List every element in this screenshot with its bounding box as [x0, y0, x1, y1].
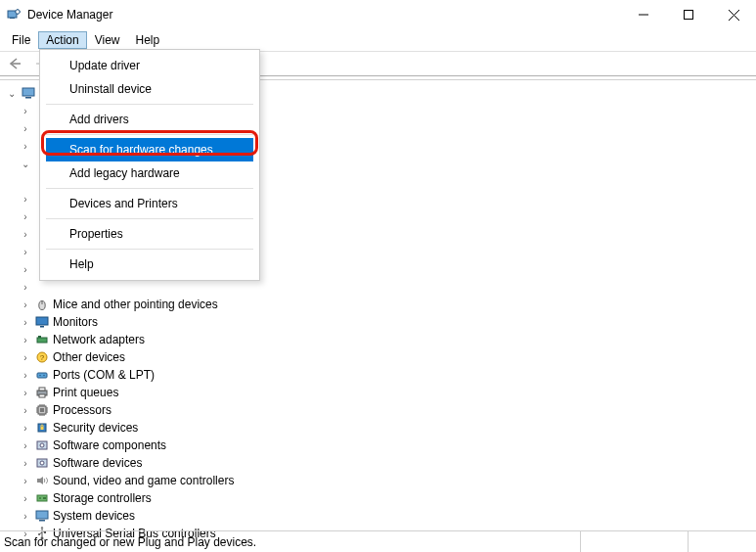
chevron-right-icon[interactable]: ›	[20, 335, 31, 345]
dd-separator	[46, 188, 253, 189]
tree-node-other[interactable]: › ? Other devices	[20, 348, 756, 366]
chevron-right-icon[interactable]: ›	[20, 299, 31, 310]
mouse-icon	[34, 297, 50, 312]
dd-scan-hardware-changes[interactable]: Scan for hardware changes	[46, 138, 253, 161]
back-button[interactable]	[4, 53, 25, 74]
dd-update-driver[interactable]: Update driver	[40, 54, 259, 77]
svg-rect-7	[22, 88, 34, 96]
titlebar: Device Manager	[0, 0, 756, 29]
chevron-right-icon[interactable]: ›	[20, 388, 31, 398]
tree-node-label: System devices	[53, 509, 135, 523]
tree-node-security[interactable]: › Security devices	[20, 419, 756, 437]
chevron-right-icon[interactable]: ›	[20, 123, 31, 134]
window-controls	[621, 0, 756, 29]
dd-properties[interactable]: Properties	[40, 222, 259, 246]
dd-separator	[46, 104, 253, 105]
svg-rect-35	[39, 520, 45, 522]
tree-node-network[interactable]: › Network adapters	[20, 331, 756, 348]
tree-node-label: Monitors	[53, 315, 98, 329]
tree-node-label: Network adapters	[53, 333, 145, 346]
port-icon	[34, 367, 50, 383]
chevron-right-icon[interactable]: ›	[20, 211, 31, 222]
chevron-right-icon[interactable]: ›	[20, 405, 31, 416]
svg-point-2	[16, 10, 20, 14]
tree-node-system[interactable]: › System devices	[20, 507, 756, 525]
tree-node-processors[interactable]: › Processors	[20, 401, 756, 419]
tree-node-storage[interactable]: › Storage controllers	[20, 489, 756, 507]
chevron-right-icon[interactable]: ›	[20, 194, 31, 205]
dd-uninstall-device[interactable]: Uninstall device	[40, 77, 259, 101]
chevron-right-icon[interactable]: ›	[20, 352, 31, 363]
tree-node-software-components[interactable]: › Software components	[20, 437, 756, 454]
other-devices-icon: ?	[34, 349, 50, 365]
network-icon	[34, 332, 50, 347]
chevron-down-icon[interactable]: ⌄	[6, 88, 18, 99]
tree-node-label: Software devices	[53, 456, 142, 470]
tree-node-label: Ports (COM & LPT)	[53, 368, 155, 382]
chevron-right-icon[interactable]: ›	[20, 493, 31, 504]
tree-node-label: Other devices	[53, 350, 125, 364]
dd-separator	[46, 249, 253, 250]
tree-node-print-queues[interactable]: › Print queues	[20, 384, 756, 401]
chevron-right-icon[interactable]: ›	[20, 229, 31, 240]
svg-rect-11	[36, 317, 48, 325]
svg-rect-12	[40, 326, 44, 328]
svg-rect-26	[41, 427, 44, 430]
svg-text:?: ?	[40, 353, 45, 362]
dd-separator	[46, 134, 253, 135]
menu-view[interactable]: View	[87, 31, 128, 49]
chevron-down-icon[interactable]: ⌄	[20, 159, 31, 169]
dd-devices-and-printers[interactable]: Devices and Printers	[40, 192, 259, 215]
tree-node-label: Print queues	[53, 386, 118, 399]
svg-rect-33	[43, 497, 46, 499]
svg-rect-4	[685, 11, 693, 20]
menu-file[interactable]: File	[4, 31, 38, 49]
dd-add-legacy-hardware[interactable]: Add legacy hardware	[40, 161, 259, 185]
svg-rect-1	[10, 18, 15, 19]
svg-point-18	[39, 375, 41, 377]
chevron-right-icon[interactable]: ›	[20, 511, 31, 522]
window-title: Device Manager	[27, 8, 112, 22]
menu-action[interactable]: Action	[38, 31, 86, 49]
dd-help[interactable]: Help	[40, 253, 259, 276]
svg-rect-24	[40, 408, 44, 412]
chevron-right-icon[interactable]: ›	[20, 317, 31, 328]
tree-node-software-devices[interactable]: › Software devices	[20, 454, 756, 472]
tree-node-monitors[interactable]: › Monitors	[20, 313, 756, 331]
chevron-right-icon[interactable]: ›	[20, 264, 31, 275]
tree-node-label: Sound, video and game controllers	[53, 474, 234, 487]
dd-add-drivers[interactable]: Add drivers	[40, 108, 259, 131]
svg-rect-13	[37, 338, 47, 343]
chevron-right-icon[interactable]: ›	[20, 282, 31, 293]
storage-icon	[34, 490, 50, 506]
status-segment	[688, 531, 756, 552]
tree-node-mice[interactable]: › Mice and other pointing devices	[20, 296, 756, 313]
minimize-button[interactable]	[621, 0, 666, 29]
status-segment	[580, 531, 688, 552]
chevron-right-icon[interactable]: ›	[20, 141, 31, 152]
menu-help[interactable]: Help	[128, 31, 168, 49]
chevron-right-icon[interactable]: ›	[20, 106, 31, 116]
app-icon	[6, 7, 22, 23]
computer-icon	[21, 85, 36, 101]
chevron-right-icon[interactable]: ›	[20, 247, 31, 257]
svg-point-19	[43, 375, 45, 377]
software-icon	[34, 455, 50, 471]
security-icon	[34, 420, 50, 436]
maximize-button[interactable]	[666, 0, 711, 29]
tree-node-label: Storage controllers	[53, 491, 152, 505]
close-button[interactable]	[711, 0, 756, 29]
chevron-right-icon[interactable]: ›	[20, 423, 31, 434]
svg-rect-14	[38, 336, 41, 338]
tree-node-label: Software components	[53, 438, 166, 452]
chevron-right-icon[interactable]: ›	[20, 458, 31, 469]
tree-node-label: Processors	[53, 403, 111, 417]
chevron-right-icon[interactable]: ›	[20, 476, 31, 486]
svg-rect-22	[39, 394, 45, 397]
svg-rect-21	[39, 388, 45, 391]
tree-node-sound[interactable]: › Sound, video and game controllers	[20, 472, 756, 489]
chevron-right-icon[interactable]: ›	[20, 440, 31, 451]
tree-node-label: Security devices	[53, 421, 138, 435]
chevron-right-icon[interactable]: ›	[20, 370, 31, 381]
tree-node-ports[interactable]: › Ports (COM & LPT)	[20, 366, 756, 384]
